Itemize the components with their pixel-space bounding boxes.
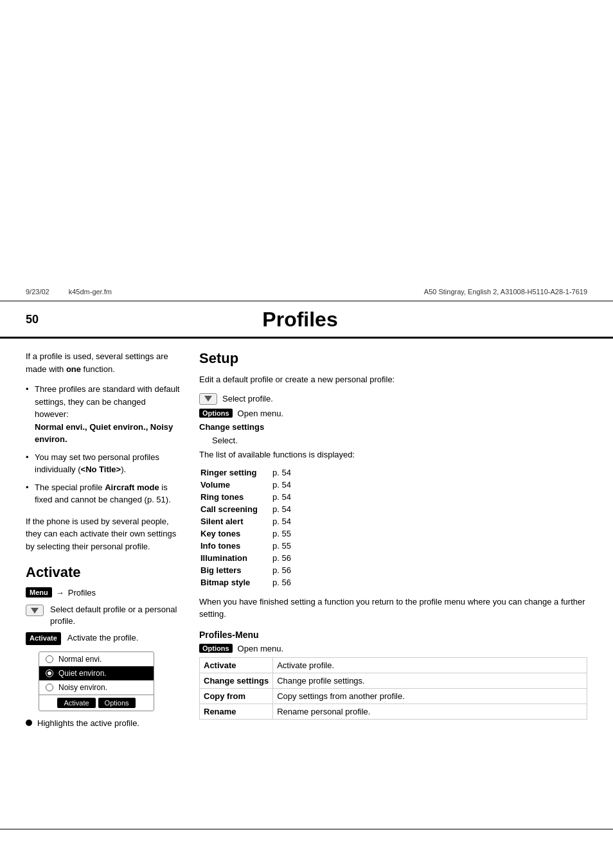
profiles-menu-row-desc: Activate profile.	[273, 657, 587, 673]
profiles-options-button[interactable]: Options	[199, 644, 233, 653]
activate-heading: Activate	[26, 564, 180, 581]
phone-options-softkey[interactable]: Options	[98, 698, 136, 708]
highlight-text: Highlights the active profile.	[37, 718, 139, 729]
radio-noisy	[46, 684, 53, 691]
bullet-item-1: Three profiles are standard with default…	[26, 383, 180, 446]
function-name: Silent alert	[200, 516, 271, 527]
function-row: Big letters p. 56	[200, 565, 586, 576]
page-container: 9/23/02 k45dm-ger.fm A50 Stingray, Engli…	[0, 0, 613, 868]
function-page: p. 54	[272, 467, 586, 478]
function-name: Big letters	[200, 565, 271, 576]
function-row: Info tones p. 55	[200, 540, 586, 551]
activate-step2-text: Activate the profile.	[67, 632, 139, 644]
bottom-border	[0, 829, 613, 829]
filled-circle-icon	[26, 720, 32, 726]
left-column: If a profile is used, several settings a…	[26, 350, 180, 729]
radio-quiet	[46, 669, 53, 677]
phone-activate-softkey[interactable]: Activate	[57, 698, 95, 708]
activate-step1-text: Select default profile or a personal pro…	[50, 604, 180, 627]
meta-filename: k45dm-ger.fm	[69, 288, 112, 296]
setup-step2: Options Open menu.	[199, 409, 587, 418]
setup-step1: Select profile.	[199, 393, 587, 405]
radio-normal	[46, 655, 53, 663]
profiles-menu-options-row: Options Open menu.	[199, 644, 587, 653]
setup-intro: Edit a default profile or create a new p…	[199, 373, 587, 386]
menu-button-label: Menu	[26, 587, 52, 598]
menu-path: Menu → Profiles	[26, 587, 180, 598]
options-button[interactable]: Options	[199, 409, 233, 418]
setup-step2-text: Open menu.	[238, 409, 284, 418]
page-header: 50 Profiles	[0, 301, 613, 339]
content-area: If a profile is used, several settings a…	[0, 350, 613, 729]
setup-heading: Setup	[199, 350, 587, 367]
page-title: Profiles	[51, 308, 587, 332]
page-number: 50	[26, 313, 39, 326]
phone-row-normal-label: Normal envi.	[58, 655, 102, 664]
profiles-menu-row-desc: Rename personal profile.	[273, 704, 587, 719]
function-page: p. 55	[272, 528, 586, 539]
nav-key-setup1	[199, 393, 217, 405]
bullet-item-3: The special profile Aircraft mode is fix…	[26, 481, 180, 506]
nav-key-1	[26, 605, 44, 616]
available-functions-text: The list of available functions is displ…	[199, 449, 587, 461]
intro-text: If a profile is used, several settings a…	[26, 350, 180, 375]
bullet-list: Three profiles are standard with default…	[26, 383, 180, 506]
function-row: Ring tones p. 54	[200, 492, 586, 502]
activate-step1: Select default profile or a personal pro…	[26, 604, 180, 627]
function-name: Call screening	[200, 504, 271, 515]
function-name: Ring tones	[200, 492, 271, 502]
profiles-menu-row: Change settings Change profile settings.	[200, 673, 587, 688]
change-settings-instruction-row: Select.	[199, 436, 587, 445]
down-triangle-icon	[31, 608, 39, 614]
multi-people-text: If the phone is used by several people, …	[26, 515, 180, 553]
profiles-menu-heading: Profiles-Menu	[199, 630, 587, 640]
when-finished-text: When you have finished setting a functio…	[199, 596, 587, 621]
meta-document: A50 Stingray, English 2, A31008-H5110-A2…	[424, 288, 587, 296]
function-page: p. 56	[272, 565, 586, 576]
function-name: Volume	[200, 479, 271, 490]
function-row: Illumination p. 56	[200, 553, 586, 563]
setup-step1-text: Select profile.	[222, 394, 273, 403]
change-settings-label: Change settings	[199, 422, 264, 432]
top-white-area	[0, 0, 613, 141]
phone-row-noisy: Noisy environ.	[39, 680, 154, 695]
function-row: Key tones p. 55	[200, 528, 586, 539]
change-settings-row: Change settings	[199, 422, 587, 432]
profiles-menu-table: Activate Activate profile. Change settin…	[199, 657, 587, 720]
function-name: Key tones	[200, 528, 271, 539]
activate-button[interactable]: Activate	[26, 632, 61, 644]
function-row: Bitmap style p. 56	[200, 577, 586, 588]
function-page: p. 54	[272, 479, 586, 490]
function-row: Ringer setting p. 54	[200, 467, 586, 478]
function-row: Silent alert p. 54	[200, 516, 586, 527]
change-settings-instruction: Select.	[212, 436, 238, 445]
right-column: Setup Edit a default profile or create a…	[199, 350, 587, 729]
menu-arrow: →	[56, 588, 64, 598]
function-row: Volume p. 54	[200, 479, 586, 490]
down-triangle-setup-icon	[204, 396, 212, 402]
functions-table: Ringer setting p. 54 Volume p. 54 Ring t…	[199, 466, 587, 589]
meta-bar-left: 9/23/02 k45dm-ger.fm	[26, 288, 112, 296]
bullet-item-2: You may set two personal profiles indivi…	[26, 451, 180, 476]
menu-target: Profiles	[68, 588, 96, 598]
function-page: p. 55	[272, 540, 586, 551]
phone-row-noisy-label: Noisy environ.	[58, 683, 107, 692]
profiles-menu-row: Activate Activate profile.	[200, 657, 587, 673]
profiles-menu-row: Rename Rename personal profile.	[200, 704, 587, 719]
profiles-menu-row-label: Copy from	[200, 688, 273, 704]
profiles-menu-row-label: Change settings	[200, 673, 273, 688]
phone-row-quiet-label: Quiet environ.	[58, 669, 107, 678]
function-page: p. 54	[272, 516, 586, 527]
phone-row-normal: Normal envi.	[39, 652, 154, 666]
phone-row-quiet: Quiet environ.	[39, 666, 154, 680]
phone-ui-mockup: Normal envi. Quiet environ. Noisy enviro…	[39, 651, 154, 711]
function-page: p. 56	[272, 577, 586, 588]
phone-ui-buttons: Activate Options	[39, 695, 154, 711]
function-row: Call screening p. 54	[200, 504, 586, 515]
function-name: Bitmap style	[200, 577, 271, 588]
activate-step2: Activate Activate the profile.	[26, 632, 180, 644]
profiles-menu-row: Copy from Copy settings from another pro…	[200, 688, 587, 704]
meta-date: 9/23/02	[26, 288, 49, 296]
function-page: p. 54	[272, 492, 586, 502]
profiles-menu-options-text: Open menu.	[238, 644, 284, 653]
